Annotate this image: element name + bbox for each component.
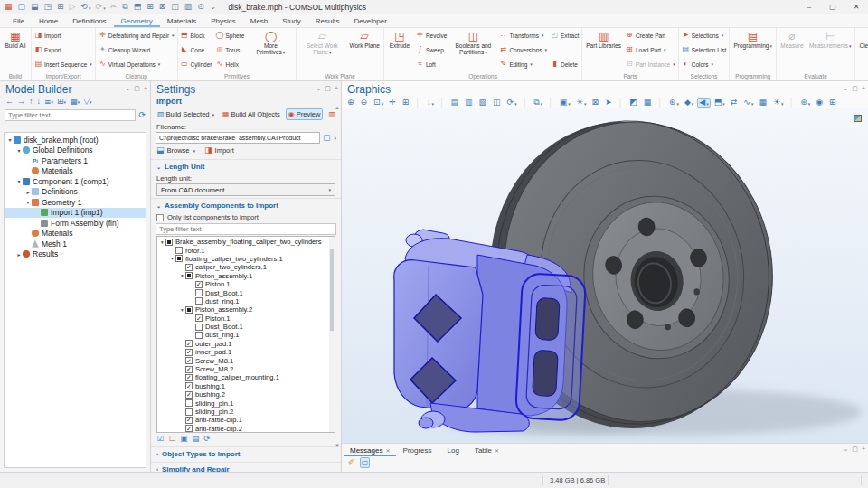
tree-caret-icon[interactable]: ▾ [24, 199, 32, 205]
component-checkbox[interactable] [185, 374, 193, 381]
grid-icon[interactable]: ▦ [757, 98, 769, 108]
undo-icon[interactable]: ⟲▾ [81, 3, 91, 11]
measurements-button[interactable]: ⊢Measurements▾ [807, 30, 854, 71]
section-assembly-components[interactable]: ⌄Assembly Components to Import [151, 198, 341, 211]
component-row[interactable]: Screw_M8.1 [157, 356, 335, 364]
component-checkbox[interactable] [195, 332, 203, 339]
cylinder-button[interactable]: ▭Cylinder [181, 61, 212, 68]
select-work-plane-button[interactable]: ▱Select Work Plane▾ [298, 30, 345, 71]
part-libraries-button[interactable]: ▥Part Libraries [584, 30, 623, 71]
booleans-partitions-button[interactable]: ◫Booleans and Partitions▾ [449, 30, 496, 71]
component-row[interactable]: anti-rattle-clip.2 [157, 425, 335, 433]
delete-icon[interactable]: ⊠ [159, 3, 167, 11]
model-tree-item[interactable]: ▾ disk_brake.mph (root) [5, 135, 146, 145]
float-panel-icon[interactable]: ▢ [325, 85, 331, 91]
model-tree-item[interactable]: Mesh 1 [5, 239, 146, 249]
loft-button[interactable]: ≈Loft [416, 61, 447, 68]
component-row[interactable]: dust_ring.1 [157, 297, 335, 305]
component-checkbox[interactable] [185, 391, 193, 399]
build-all-objects-button[interactable]: ▦Build All Objects [220, 108, 283, 120]
collapse-panel-icon[interactable]: ⌄ [125, 85, 130, 91]
revolve-button[interactable]: ✛Revolve [416, 32, 447, 39]
orientation-icon[interactable]: ↓▾ [425, 98, 436, 108]
zoom-out-icon[interactable]: ⊖ [359, 98, 371, 108]
close-icon[interactable]: ✕ [385, 447, 390, 454]
cleanup-wizard-button[interactable]: ✦Cleanup Wizard [99, 46, 175, 53]
maximize-button[interactable]: ▢ [821, 0, 844, 14]
tree-caret-icon[interactable]: ▾ [6, 136, 14, 143]
expand-nodes-icon[interactable]: ⊞▾ [57, 98, 66, 106]
light-icon[interactable]: ☀▾ [771, 98, 786, 108]
model-tree-item[interactable]: Import 1 (imp1) [5, 208, 146, 219]
delete-button[interactable]: ▮Delete [551, 61, 579, 68]
pin-panel-icon[interactable]: + [862, 85, 865, 91]
selection-list-button[interactable]: ▤Selection List [682, 46, 727, 53]
ribbon-tab[interactable]: Developer [346, 14, 393, 27]
import-file-button[interactable]: ◨Import [204, 146, 234, 155]
clear-sequence-button[interactable]: ⊠Clear Sequence [857, 30, 868, 71]
tree-caret-icon[interactable]: ▾ [179, 307, 185, 313]
close-icon[interactable]: ✕ [495, 447, 499, 454]
component-checkbox[interactable] [195, 281, 203, 288]
select-box-icon[interactable]: ⊠ [590, 98, 601, 108]
uncheck-all-icon[interactable]: ☐ [169, 435, 176, 443]
sweep-button[interactable]: ∫Sweep [416, 46, 447, 53]
pin-panel-icon[interactable]: + [862, 446, 865, 452]
separator[interactable]: │ [788, 98, 797, 108]
helix-button[interactable]: ∿Helix [215, 61, 244, 68]
component-checkbox[interactable] [185, 417, 193, 424]
browse-button[interactable]: ⬓Browse▾ [156, 146, 195, 155]
duplicate-icon[interactable]: ⊞ [146, 3, 155, 11]
activate-selection-icon[interactable]: ▣ [180, 435, 187, 443]
redo-icon[interactable]: ⟳▾ [96, 3, 106, 11]
zoom-box-icon[interactable]: ⊞ [401, 98, 412, 108]
component-checkbox[interactable] [185, 349, 193, 356]
environment-icon[interactable]: ⬒▾ [712, 98, 727, 108]
collapse-all-icon[interactable]: ≣▾ [44, 98, 53, 106]
back-icon[interactable]: ← [5, 98, 14, 106]
copy-image-icon[interactable]: ⧉▾ [532, 98, 544, 108]
app-icon[interactable]: ▦ [5, 3, 14, 11]
model-tree-filter-input[interactable] [5, 109, 136, 121]
component-checkbox[interactable] [185, 366, 193, 373]
export-button[interactable]: ◧Export [34, 46, 92, 53]
plot-settings-icon[interactable]: ∿▾ [741, 98, 755, 108]
ribbon-tab[interactable]: Mesh [243, 14, 276, 27]
separator[interactable]: │ [413, 98, 423, 108]
new-file-icon[interactable]: ▢ [18, 3, 27, 11]
extract-button[interactable]: ◰Extract [551, 32, 579, 39]
section-length-unit[interactable]: ⌄Length Unit [151, 159, 341, 173]
component-row[interactable]: ▾ Brake_assembly_floating_caliper_two_cy… [157, 238, 335, 246]
build-all-button[interactable]: ▦Build All [2, 30, 29, 71]
block-button[interactable]: ⬒Block [181, 32, 212, 39]
component-checkbox[interactable] [195, 297, 203, 305]
load-part-button[interactable]: ⊞Load Part▾ [626, 46, 675, 53]
component-checkbox[interactable] [185, 272, 193, 279]
part-instance-button[interactable]: ⊟Part Instance▾ [626, 61, 675, 68]
flip-view-icon[interactable]: ◫ [491, 98, 504, 108]
create-part-button[interactable]: ⊕Create Part [626, 32, 675, 39]
component-checkbox[interactable] [185, 399, 193, 407]
ribbon-tab[interactable]: Materials [160, 14, 203, 27]
separator[interactable]: │ [617, 98, 627, 108]
length-unit-select[interactable]: From CAD document▾ [156, 183, 335, 196]
graphics-canvas[interactable] [342, 108, 868, 443]
component-checkbox[interactable] [185, 264, 193, 271]
component-checkbox[interactable] [175, 247, 183, 254]
separator[interactable]: │ [521, 98, 531, 108]
refresh-filter-icon[interactable]: ⟳ [138, 111, 146, 119]
model-tree-item[interactable]: ▸ Definitions [5, 187, 146, 198]
messages-tab[interactable]: Messages✕ [344, 444, 396, 456]
ribbon-tab[interactable]: Physics [203, 14, 243, 27]
separator[interactable]: │ [656, 98, 665, 108]
float-panel-icon[interactable]: ▢ [852, 446, 858, 452]
file-options-icon[interactable]: ▢ [323, 134, 331, 142]
virtual-operations-button[interactable]: ∿Virtual Operations▾ [99, 61, 175, 68]
component-row[interactable]: Piston.1 [157, 314, 335, 323]
scene-settings-icon[interactable]: ⊛▾ [667, 98, 681, 108]
zoom-in-icon[interactable]: ⊕ [345, 98, 357, 108]
search-icon[interactable]: ⊙ [197, 3, 205, 11]
cut-icon[interactable]: ✂ [110, 3, 118, 11]
preview-button[interactable]: ◉Preview [286, 108, 324, 120]
separator[interactable]: │ [546, 98, 556, 108]
